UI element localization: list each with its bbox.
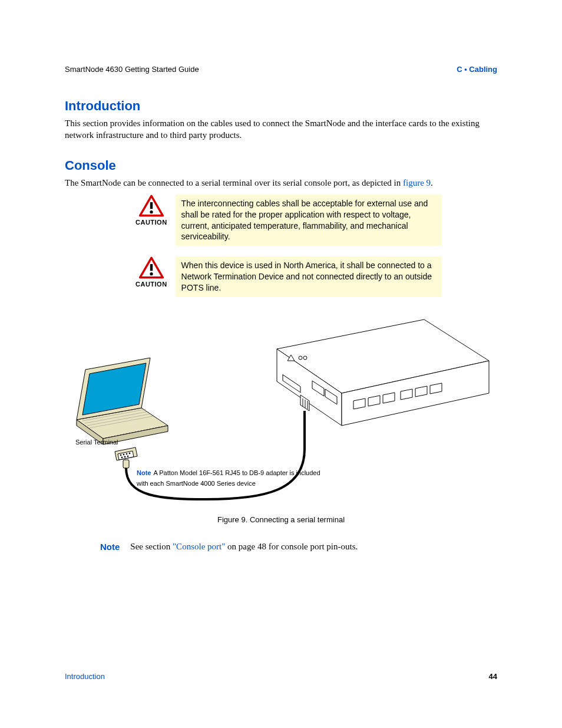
svg-point-14: [129, 453, 130, 454]
svg-rect-2: [150, 264, 153, 271]
footer-section: Introduction: [65, 672, 105, 681]
section-heading-console: Console: [65, 158, 497, 173]
svg-point-17: [127, 456, 128, 457]
serial-terminal-label: Serial Terminal: [75, 439, 118, 446]
page-number: 44: [489, 672, 497, 681]
svg-rect-0: [150, 202, 153, 209]
svg-point-3: [150, 272, 153, 275]
figure-note-label: Note: [137, 469, 151, 476]
figure-note: Note A Patton Model 16F-561 RJ45 to DB-9…: [137, 467, 325, 488]
svg-rect-18: [123, 460, 129, 468]
figure-caption: Figure 9. Connecting a serial terminal: [65, 515, 497, 524]
caution-text-1: The interconnecting cables shall be acce…: [176, 195, 442, 246]
svg-point-11: [120, 454, 121, 456]
svg-point-16: [124, 456, 125, 457]
note-suffix: on page 48 for console port pin-outs.: [225, 542, 358, 551]
console-body-suffix: .: [431, 178, 433, 187]
svg-point-12: [123, 454, 124, 455]
caution-label: CAUTION: [135, 219, 167, 226]
caution-block-1: CAUTION The interconnecting cables shall…: [135, 195, 442, 246]
caution-text-2: When this device is used in North Americ…: [176, 256, 442, 297]
caution-icon: CAUTION: [135, 256, 167, 288]
page-header: SmartNode 4630 Getting Started Guide C •…: [65, 65, 497, 74]
note-prefix: See section: [130, 542, 173, 551]
console-port-link[interactable]: "Console port": [173, 542, 225, 551]
console-body: The SmartNode can be connected to a seri…: [65, 177, 497, 189]
page-footer: Introduction 44: [65, 672, 497, 681]
introduction-body: This section provides information on the…: [65, 117, 497, 141]
svg-point-15: [121, 457, 123, 458]
bottom-note: Note See section "Console port" on page …: [100, 542, 497, 552]
note-label: Note: [100, 542, 120, 552]
console-body-prefix: The SmartNode can be connected to a seri…: [65, 178, 403, 187]
figure-note-text: A Patton Model 16F-561 RJ45 to DB-9 adap…: [137, 469, 320, 487]
header-doc-title: SmartNode 4630 Getting Started Guide: [65, 65, 199, 74]
header-chapter: C • Cabling: [457, 65, 497, 74]
caution-icon: CAUTION: [135, 195, 167, 226]
svg-point-13: [126, 453, 127, 454]
section-heading-introduction: Introduction: [65, 98, 497, 114]
caution-label: CAUTION: [135, 281, 167, 288]
caution-block-2: CAUTION When this device is used in Nort…: [135, 256, 442, 297]
figure-9-link[interactable]: figure 9: [403, 178, 431, 187]
figure-9: Serial Terminal Note A Patton Model 16F-…: [65, 308, 497, 508]
note-body: See section "Console port" on page 48 fo…: [130, 542, 358, 552]
svg-point-1: [150, 210, 153, 213]
